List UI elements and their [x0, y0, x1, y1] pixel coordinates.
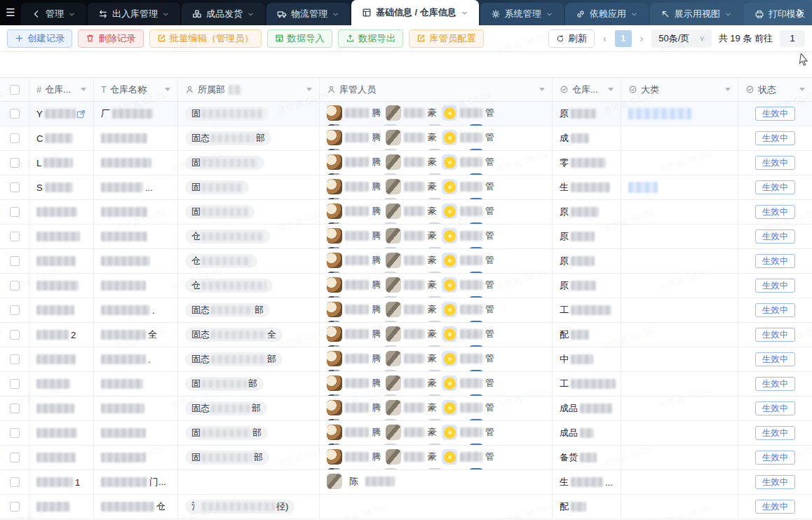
keeper-item [383, 444, 422, 445]
keeper-item [383, 222, 422, 224]
import-icon [275, 34, 284, 43]
row-checkbox[interactable] [10, 404, 20, 413]
table-row[interactable]: 固部腾豪管伟工生效中 [0, 372, 812, 396]
row-checkbox[interactable] [10, 354, 20, 364]
chevron-down-icon [332, 11, 339, 18]
nav-tab-active[interactable]: 基础信息 / 仓库信息 [351, 0, 479, 25]
row-checkbox[interactable] [10, 133, 20, 143]
page-size-select[interactable]: 50条/页 ∨ [651, 29, 711, 48]
row-checkbox[interactable] [10, 428, 20, 438]
nav-tab-item[interactable]: 出入库管理 [88, 3, 180, 25]
row-checkbox[interactable] [10, 158, 20, 168]
row-checkbox[interactable] [10, 502, 20, 512]
goto-page-input[interactable] [780, 30, 805, 47]
table-row[interactable]: Y厂固腾豪管伟原生效中 [0, 102, 812, 126]
redacted-text [101, 305, 150, 315]
redacted-name [460, 452, 482, 462]
row-checkbox[interactable] [10, 281, 20, 291]
keeper-item: 豪 [386, 449, 437, 465]
nav-tab-item[interactable]: 依赖应用 [565, 3, 649, 25]
row-checkbox[interactable] [10, 182, 20, 192]
table-row[interactable]: 固腾豪管伟原生效中 [0, 200, 812, 225]
table-row[interactable]: 1门...陈生...生效中 [0, 470, 812, 495]
create-record-button[interactable]: 创建记录 [7, 29, 72, 48]
refresh-button[interactable]: 刷新 [548, 29, 595, 48]
caret-svg [724, 11, 732, 18]
row-checkbox[interactable] [10, 379, 20, 389]
redacted-text [101, 232, 147, 241]
dog-avatar [327, 449, 342, 465]
warehouse-id-cell [29, 347, 94, 371]
column-filter-caret[interactable] [165, 88, 170, 91]
keeper-name-char: 豪 [428, 254, 437, 267]
table-row[interactable]: 固态部腾豪管伟成品生效中 [0, 396, 812, 421]
prev-page-button[interactable]: ‹ [602, 33, 608, 44]
row-checkbox[interactable] [10, 305, 20, 315]
select-all-checkbox[interactable] [10, 85, 20, 95]
column-filter-caret[interactable] [799, 88, 805, 91]
table-row[interactable]: .固态部腾豪管伟中生效中 [0, 347, 812, 372]
nav-tab-item[interactable]: 成品发货 [182, 3, 265, 25]
table-row[interactable]: .固态部腾豪管伟工生效中 [0, 298, 812, 323]
row-checkbox[interactable] [10, 330, 20, 340]
column-header-7: 状态 [738, 78, 812, 101]
column-filter-caret[interactable] [608, 88, 614, 91]
keeper-config-button[interactable]: 库管员配置 [409, 29, 484, 48]
batch-edit-button[interactable]: 批量编辑（管理员） [149, 29, 262, 48]
column-filter-caret[interactable] [81, 88, 86, 91]
keeper-item [427, 173, 463, 175]
table-row[interactable]: 仓腾豪管伟原生效中 [0, 249, 812, 274]
table-row[interactable]: C固态部腾豪管伟成生效中 [0, 126, 812, 151]
keeper-item: 伟 [327, 149, 378, 150]
current-page-button[interactable]: 1 [615, 30, 632, 47]
ghost-avatar [383, 468, 398, 469]
next-page-button[interactable]: › [639, 33, 645, 44]
redacted-text [101, 281, 146, 291]
row-checkbox[interactable] [10, 207, 20, 217]
table-row[interactable]: 2全固态全腾豪管伟配生效中 [0, 323, 812, 347]
p4-avatar [327, 222, 342, 224]
table-row[interactable]: L固腾豪管伟零生效中 [0, 151, 812, 175]
redacted-text [36, 379, 70, 389]
nav-tab-item[interactable]: 系统管理 [480, 3, 564, 25]
table-row[interactable]: 仓腾豪管伟原生效中 [0, 274, 812, 298]
caret-svg [630, 11, 638, 18]
cat-avatar [386, 277, 401, 293]
keeper-name-char: 豪 [428, 401, 437, 414]
column-filter-caret[interactable] [306, 88, 312, 91]
redacted-name [345, 157, 369, 167]
open-record-icon[interactable] [76, 109, 86, 119]
row-checkbox[interactable] [10, 477, 20, 487]
nav-overflow-chevron-icon[interactable] [788, 0, 812, 25]
row-checkbox[interactable] [10, 109, 20, 119]
department-tag: 固 [185, 107, 269, 121]
keepers-cell: 腾豪管伟 [320, 126, 553, 150]
data-export-button[interactable]: 数据导出 [338, 29, 403, 48]
column-filter-caret[interactable] [539, 88, 545, 91]
warehouse-type-cell: 生 [553, 175, 621, 199]
ghost-avatar [427, 272, 442, 273]
department-tag: 仓 [185, 254, 257, 268]
delete-record-button[interactable]: 删除记录 [78, 29, 143, 48]
keeper-name-char: 腾 [372, 401, 381, 414]
keeper-item: 豪 [386, 253, 437, 268]
table-row[interactable]: 仓氵径)配生效中 [0, 495, 812, 519]
category-cell [621, 274, 738, 298]
table-row[interactable]: 仓腾豪管伟原生效中 [0, 225, 812, 249]
menu-icon[interactable]: ☰ [0, 0, 21, 25]
row-checkbox[interactable] [10, 256, 20, 266]
data-import-button[interactable]: 数据导入 [267, 29, 332, 48]
nav-tab-item[interactable]: 展示用视图 [650, 3, 743, 25]
cell-text: 全 [148, 328, 157, 341]
table-row[interactable]: S...固腾豪管伟生生效中 [0, 175, 812, 200]
warehouse-id-cell [29, 249, 94, 273]
row-checkbox[interactable] [10, 453, 20, 462]
nav-tab-item[interactable]: 管理 [21, 3, 86, 25]
nav-tab-item[interactable]: 物流管理 [266, 3, 350, 25]
keepers-cell [320, 495, 553, 519]
department-cell: 固态全 [178, 323, 320, 347]
row-checkbox[interactable] [10, 232, 20, 241]
table-row[interactable]: 固部腾豪管伟备货生效中 [0, 446, 812, 470]
column-filter-caret[interactable] [725, 88, 731, 91]
table-row[interactable]: 固部腾豪管伟成品生效中 [0, 421, 812, 446]
